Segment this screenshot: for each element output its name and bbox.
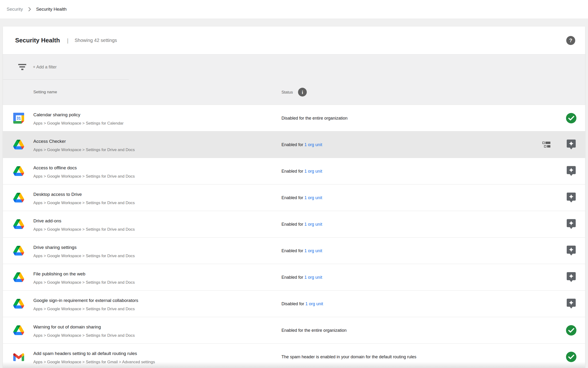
google-drive-icon bbox=[13, 299, 24, 309]
app-icon: 31 bbox=[13, 193, 24, 202]
google-drive-icon bbox=[13, 219, 24, 229]
setting-status: Enabled for 1 org unit bbox=[281, 222, 322, 227]
setting-title: Google sign-in requirement for external … bbox=[33, 298, 260, 303]
status-indicator bbox=[566, 219, 577, 230]
setting-status: Enabled for 1 org unit bbox=[281, 248, 322, 253]
setting-title: File publishing on the web bbox=[33, 271, 260, 277]
status-text: Enabled for bbox=[281, 275, 304, 279]
setting-row[interactable]: 31 Warning for out of domain sharing bbox=[3, 317, 585, 344]
question-mark-icon: ? bbox=[569, 37, 572, 44]
setting-text: Calendar sharing policy Apps > Google Wo… bbox=[33, 112, 260, 126]
setting-status: The spam header is enabled in your domai… bbox=[281, 354, 416, 359]
app-icon: 31 bbox=[13, 246, 24, 256]
app-icon: 31 bbox=[13, 325, 24, 335]
org-units-list-icon bbox=[542, 142, 550, 148]
setting-path: Apps > Google Workspace > Settings for D… bbox=[33, 333, 260, 338]
table-header: Setting name Status i bbox=[3, 80, 585, 105]
org-unit-link[interactable]: 1 org unit bbox=[304, 275, 322, 279]
org-unit-link[interactable]: 1 org unit bbox=[304, 222, 322, 226]
setting-title: Add spam headers setting to all default … bbox=[33, 351, 260, 356]
status-label: Status bbox=[281, 90, 293, 94]
setting-row[interactable]: 31 Calendar sharing policy App bbox=[3, 105, 585, 131]
setting-row[interactable]: 31 Add spam headers setting to all d bbox=[3, 344, 585, 368]
setting-status: Enabled for the entire organization bbox=[281, 328, 347, 333]
setting-row[interactable]: 31 Google sign-in requirement for ex bbox=[3, 291, 585, 317]
status-text: Disabled for the entire organization bbox=[281, 116, 347, 120]
setting-title: Access to offline docs bbox=[33, 165, 260, 171]
setting-title: Warning for out of domain sharing bbox=[33, 324, 260, 330]
info-icon[interactable]: i bbox=[298, 88, 307, 97]
setting-title: Access Checker bbox=[33, 138, 260, 144]
setting-text: Drive add-ons Apps > Google Workspace > … bbox=[33, 218, 260, 232]
setting-text: Warning for out of domain sharing Apps >… bbox=[33, 324, 260, 338]
column-header-status: Status i bbox=[281, 88, 307, 97]
org-unit-link[interactable]: 1 org unit bbox=[304, 195, 322, 200]
help-button[interactable]: ? bbox=[566, 36, 575, 45]
flag-recommendation-icon[interactable] bbox=[567, 166, 576, 176]
setting-row[interactable]: 31 Drive sharing settings Apps bbox=[3, 238, 585, 264]
setting-title: Drive add-ons bbox=[33, 218, 260, 224]
setting-row[interactable]: 31 File publishing on the web bbox=[3, 264, 585, 291]
setting-text: Drive sharing settings Apps > Google Wor… bbox=[33, 245, 260, 259]
flag-recommendation-icon[interactable] bbox=[567, 192, 576, 203]
setting-row[interactable]: 31 Access to offline docs Apps bbox=[3, 158, 585, 184]
status-indicator bbox=[566, 139, 577, 150]
status-indicator bbox=[566, 166, 577, 176]
check-circle-icon bbox=[566, 113, 577, 124]
org-unit-link[interactable]: 1 org unit bbox=[304, 248, 322, 253]
setting-text: Add spam headers setting to all default … bbox=[33, 351, 260, 365]
flag-recommendation-icon[interactable] bbox=[567, 219, 576, 230]
org-unit-link[interactable]: 1 org unit bbox=[304, 169, 322, 173]
flag-recommendation-icon[interactable] bbox=[567, 298, 576, 309]
setting-status: Enabled for 1 org unit bbox=[281, 169, 322, 174]
setting-row[interactable]: 31 Access Checker Apps > Googl bbox=[3, 131, 585, 158]
org-unit-link[interactable]: 1 org unit bbox=[305, 301, 323, 306]
setting-status: Enabled for 1 org unit bbox=[281, 275, 322, 280]
flag-recommendation-icon[interactable] bbox=[567, 245, 576, 256]
setting-text: Google sign-in requirement for external … bbox=[33, 298, 260, 312]
setting-row[interactable]: 31 Drive add-ons Apps > Google bbox=[3, 211, 585, 238]
setting-row[interactable]: 31 Desktop access to Drive App bbox=[3, 184, 585, 211]
status-indicator bbox=[566, 272, 577, 283]
page-title: Security Health bbox=[15, 37, 60, 44]
status-indicator bbox=[566, 351, 577, 362]
setting-title: Calendar sharing policy bbox=[33, 112, 260, 118]
flag-recommendation-icon[interactable] bbox=[567, 272, 576, 283]
org-unit-link[interactable]: 1 org unit bbox=[304, 142, 322, 147]
status-indicator bbox=[566, 298, 577, 309]
status-text: The spam header is enabled in your domai… bbox=[281, 354, 416, 359]
filter-icon bbox=[18, 64, 26, 70]
app-icon: 31 bbox=[13, 140, 24, 149]
status-text: Enabled for bbox=[281, 169, 304, 173]
gmail-icon bbox=[13, 353, 24, 361]
setting-path: Apps > Google Workspace > Settings for C… bbox=[33, 120, 260, 126]
setting-path: Apps > Google Workspace > Settings for D… bbox=[33, 227, 260, 232]
status-text: Enabled for bbox=[281, 222, 304, 226]
google-drive-icon bbox=[13, 166, 24, 176]
breadcrumb: Security Security Health bbox=[0, 0, 588, 18]
flag-recommendation-icon[interactable] bbox=[567, 139, 576, 150]
google-drive-icon bbox=[13, 246, 24, 256]
security-health-card: Security Health | Showing 42 settings ? … bbox=[3, 27, 585, 368]
setting-path: Apps > Google Workspace > Settings for D… bbox=[33, 306, 260, 312]
app-icon: 31 bbox=[13, 272, 24, 282]
setting-path: Apps > Google Workspace > Settings for D… bbox=[33, 253, 260, 259]
setting-path: Apps > Google Workspace > Settings for D… bbox=[33, 280, 260, 285]
add-filter-button[interactable]: + Add a filter bbox=[33, 65, 57, 70]
title-separator: | bbox=[67, 37, 68, 44]
google-drive-icon bbox=[13, 193, 24, 202]
setting-title: Drive sharing settings bbox=[33, 245, 260, 250]
status-text: Enabled for bbox=[281, 195, 304, 200]
setting-status: Enabled for 1 org unit bbox=[281, 142, 322, 147]
status-text: Enabled for the entire organization bbox=[281, 328, 347, 332]
app-icon: 31 bbox=[13, 219, 24, 229]
app-icon: 31 bbox=[13, 299, 24, 309]
check-circle-icon bbox=[566, 351, 577, 362]
setting-path: Apps > Google Workspace > Settings for D… bbox=[33, 200, 260, 206]
settings-count: Showing 42 settings bbox=[75, 38, 117, 43]
google-drive-icon bbox=[13, 140, 24, 149]
setting-path: Apps > Google Workspace > Settings for D… bbox=[33, 147, 260, 153]
breadcrumb-parent-link[interactable]: Security bbox=[7, 7, 23, 12]
status-text: Enabled for bbox=[281, 248, 304, 253]
settings-list: 31 Calendar sharing policy App bbox=[3, 105, 585, 368]
